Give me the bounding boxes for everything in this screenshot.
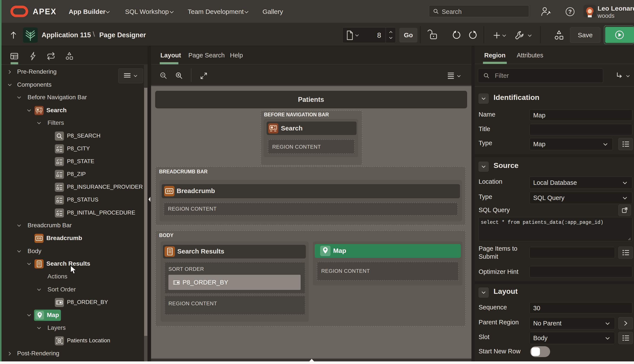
svg-text:?: ?: [568, 8, 572, 15]
